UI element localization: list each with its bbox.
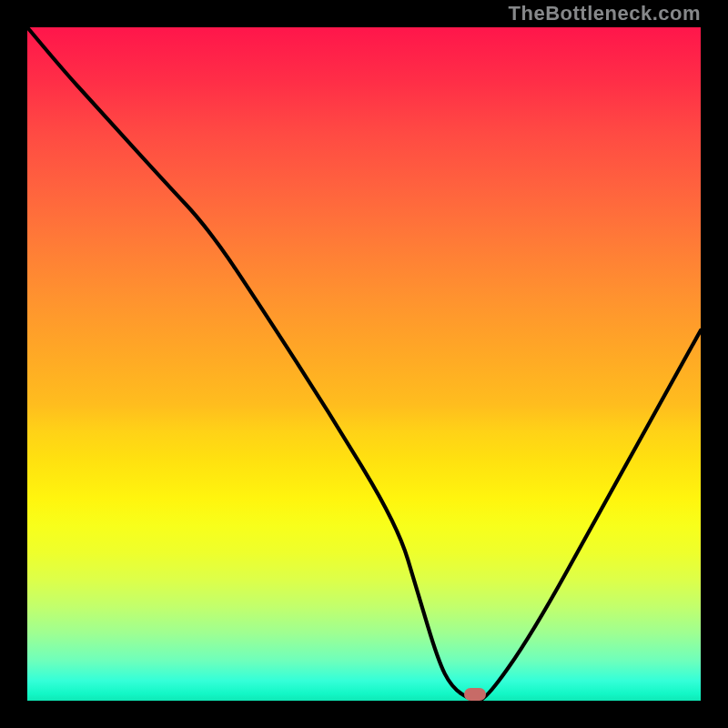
bottleneck-curve xyxy=(27,27,701,701)
optimal-marker xyxy=(464,688,486,701)
chart-stage: TheBottleneck.com xyxy=(0,0,728,728)
watermark-text: TheBottleneck.com xyxy=(509,2,701,25)
curve-layer xyxy=(27,27,701,701)
